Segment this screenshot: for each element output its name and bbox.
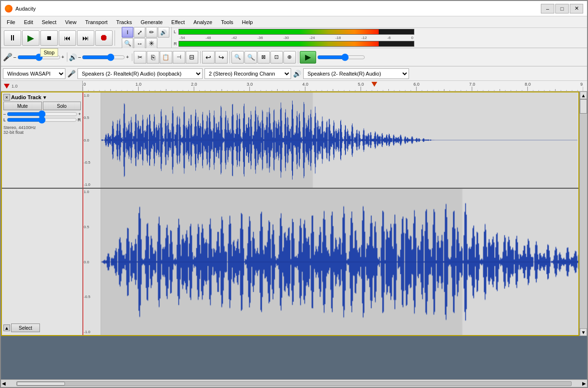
menu-tools[interactable]: Tools <box>217 18 237 26</box>
transport-group: ⏸ ▶ ■ Stop ⏮ ⏭ ⏺ <box>3 30 115 46</box>
zoom-group: 🔍 🔍- ⊠ ⊡ ⊕ <box>231 51 298 64</box>
app-window: Audacity – □ ✕ File Edit Select View Tra… <box>0 0 588 388</box>
output-volume-group: 🔊 – + <box>69 53 132 61</box>
cut-button[interactable]: ✂ <box>134 51 146 64</box>
track-2: ▲ Select 1.0 0.5 0.0 -0.5 -1.0 <box>2 189 578 335</box>
speaker-tool-button[interactable]: 🔊 <box>158 27 169 38</box>
draw-tool-button[interactable]: ✏ <box>146 27 157 38</box>
speaker-device-icon: 🔊 <box>293 70 301 78</box>
track-1-solo-button[interactable]: Solo <box>43 102 81 110</box>
app-title: Audacity <box>15 6 36 12</box>
vu-l-label: L <box>174 29 178 34</box>
output-volume-slider[interactable] <box>82 54 125 61</box>
track-1-name: Audio Track <box>11 94 41 100</box>
ruler-canvas <box>83 81 583 91</box>
skip-start-button[interactable]: ⏮ <box>59 30 76 46</box>
menu-effect[interactable]: Effect <box>167 18 189 26</box>
track-1-close-button[interactable]: × <box>3 94 10 101</box>
volume-minus-label: – <box>13 54 16 60</box>
volume-plus-label: + <box>62 54 64 60</box>
close-button[interactable]: ✕ <box>570 4 583 13</box>
horizontal-scrollbar: ◀ ▶ <box>1 379 587 387</box>
paste-button[interactable]: 📋 <box>160 51 172 64</box>
fit-project-button[interactable]: ⊠ <box>257 51 270 64</box>
h-scrollbar-thumb[interactable] <box>17 382 65 386</box>
pan-left: L <box>3 117 6 122</box>
silence-button[interactable]: ⊟ <box>186 51 198 64</box>
vu-meter-section: L -54-48-42-36-30-24-18-12-60 R <box>174 28 414 47</box>
menu-edit[interactable]: Edit <box>20 18 37 26</box>
track-1-canvas <box>101 92 577 188</box>
track-2-select-button[interactable]: Select <box>11 323 40 332</box>
zoom-in-button[interactable]: 🔍 <box>231 51 244 64</box>
timeline-ruler: 1.0 <box>1 81 587 91</box>
channels-select[interactable]: 2 (Stereo) Recording Chann <box>205 68 291 79</box>
track-1: × Audio Track ▼ Mute Solo – + <box>2 92 578 189</box>
menu-analyze[interactable]: Analyze <box>190 18 216 26</box>
menu-generate[interactable]: Generate <box>137 18 166 26</box>
h-scrollbar-track <box>16 381 572 386</box>
toggle-zoom-button[interactable]: ⊕ <box>283 51 296 64</box>
input-volume-slider[interactable] <box>17 54 61 61</box>
undo-redo-group: ↩ ↪ <box>202 51 230 64</box>
redo-button[interactable]: ↪ <box>215 51 228 64</box>
track-2-waveform: 1.0 0.5 0.0 -0.5 -1.0 <box>83 189 578 335</box>
speaker-icon: 🔊 <box>69 53 77 61</box>
menu-select[interactable]: Select <box>38 18 61 26</box>
output-device-select[interactable]: Speakers (2- Realtek(R) Audio) <box>303 68 409 79</box>
scroll-up-button[interactable]: ▲ <box>580 91 587 99</box>
gain-minus: – <box>3 112 6 116</box>
start-playhead-triangle <box>4 84 10 89</box>
pause-button[interactable]: ⏸ <box>4 30 21 46</box>
track-1-controls: × Audio Track ▼ Mute Solo – + <box>2 92 83 188</box>
title-bar: Audacity – □ ✕ <box>1 1 587 16</box>
minimize-button[interactable]: – <box>541 4 554 13</box>
play-at-speed-button[interactable]: ▶ <box>300 51 316 64</box>
out-volume-minus: – <box>78 54 81 60</box>
scroll-left-button[interactable]: ◀ <box>1 381 7 386</box>
fit-selection-button[interactable]: ⊡ <box>270 51 283 64</box>
trim-button[interactable]: ⊣ <box>173 51 185 64</box>
track-2-select-triangle[interactable]: ▲ <box>3 324 10 331</box>
zoom-out-button[interactable]: 🔍- <box>244 51 257 64</box>
menu-file[interactable]: File <box>3 18 19 26</box>
out-volume-plus: + <box>126 54 129 60</box>
playback-speed-slider[interactable] <box>317 54 365 61</box>
menu-tracks[interactable]: Tracks <box>113 18 136 26</box>
scroll-down-button[interactable]: ▼ <box>580 328 587 336</box>
copy-button[interactable]: ⎘ <box>147 51 159 64</box>
multi-tool-button[interactable]: ✳ <box>146 38 157 49</box>
track-1-dropdown[interactable]: ▼ <box>42 95 47 100</box>
zoom-tool-button[interactable]: 🔍 <box>122 38 133 49</box>
record-button[interactable]: ⏺ <box>95 30 113 46</box>
envelope-tool-button[interactable]: ⤢ <box>134 27 145 38</box>
stop-button[interactable]: ■ Stop <box>40 30 58 46</box>
track-1-info: Stereo, 44100Hz 32-bit float <box>3 125 81 135</box>
scroll-thumb[interactable] <box>580 99 587 114</box>
track-2-canvas <box>101 189 578 335</box>
select-tool-button[interactable]: I <box>122 27 133 38</box>
menu-bar: File Edit Select View Transport Tracks G… <box>1 16 587 28</box>
play-button[interactable]: ▶ <box>22 30 39 46</box>
track-1-pan-slider[interactable] <box>7 117 77 122</box>
track-2-cursor <box>83 189 83 335</box>
tracks-border: × Audio Track ▼ Mute Solo – + <box>1 91 579 336</box>
scroll-track <box>580 99 587 328</box>
ruler-right <box>83 81 587 91</box>
driver-select[interactable]: Windows WASAPI <box>3 68 65 79</box>
hzoom-tool-button[interactable]: ↔ <box>134 38 145 49</box>
undo-button[interactable]: ↩ <box>202 51 215 64</box>
ruler-left-pad: 1.0 <box>1 81 83 91</box>
skip-end-button[interactable]: ⏭ <box>77 30 94 46</box>
vu-l-bar <box>179 29 414 35</box>
menu-help[interactable]: Help <box>238 18 257 26</box>
title-bar-left: Audacity <box>5 5 36 13</box>
vu-r-bar <box>179 41 414 47</box>
input-device-select[interactable]: Speakers (2- Realtek(R) Audio) (loopback… <box>77 68 203 79</box>
menu-view[interactable]: View <box>61 18 80 26</box>
menu-transport[interactable]: Transport <box>81 18 112 26</box>
track-1-mute-button[interactable]: Mute <box>3 102 42 110</box>
scroll-right-button[interactable]: ▶ <box>581 381 587 386</box>
maximize-button[interactable]: □ <box>555 4 569 13</box>
content-area: 1.0 × Audio T <box>1 81 587 387</box>
